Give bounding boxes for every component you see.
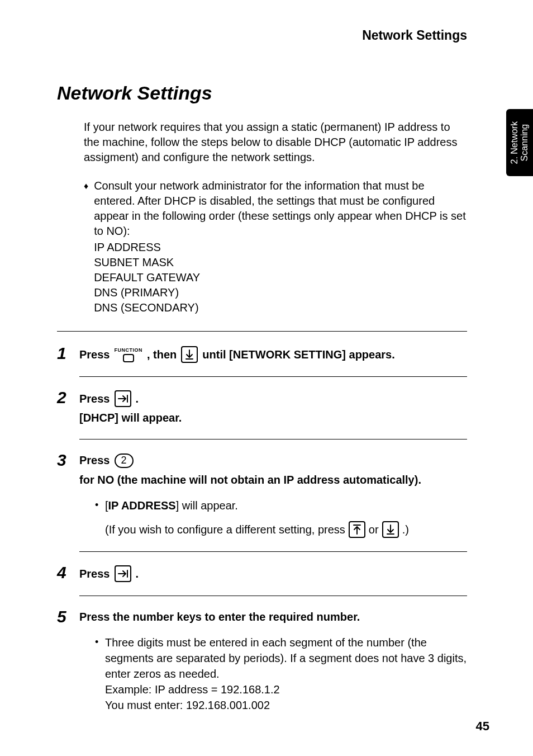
- setting-item: SUBNET MASK: [94, 255, 467, 270]
- divider: [79, 596, 467, 596]
- step-2-line1: Press .: [79, 390, 467, 407]
- text: You must enter: 192.168.001.002: [105, 699, 270, 711]
- function-key-box-icon: [123, 354, 134, 362]
- number-2-key-icon: 2: [115, 453, 134, 468]
- step-5: 5 Press the number keys to enter the req…: [57, 609, 467, 713]
- function-key-label: FUNCTION: [115, 347, 143, 353]
- setting-item: IP ADDRESS: [94, 240, 467, 255]
- step-4: 4 Press .: [57, 565, 467, 582]
- divider: [79, 439, 467, 440]
- step-body: Press the number keys to enter the requi…: [79, 609, 467, 713]
- intro-paragraph: If your network requires that you assign…: [84, 120, 467, 165]
- text: ] will appear.: [176, 499, 238, 512]
- step-body: Press .: [79, 565, 467, 582]
- text: .): [402, 522, 409, 537]
- note-block: ♦ Consult your network administrator for…: [84, 178, 467, 315]
- down-arrow-key-icon: [181, 346, 198, 363]
- setting-item: DEFAULT GATEWAY: [94, 270, 467, 285]
- text: Press: [79, 391, 110, 407]
- step-4-line: Press .: [79, 565, 467, 582]
- diamond-bullet-icon: ♦: [84, 178, 88, 315]
- page-number: 45: [476, 719, 489, 734]
- step-number: 1: [57, 345, 79, 362]
- section-tab-label: 2. NetworkScanning: [510, 121, 530, 164]
- step-1-line: Press FUNCTION , then until [NETWORK SET…: [79, 346, 467, 363]
- bullet-icon: •: [95, 635, 105, 713]
- step-2-line2: [DHCP] will appear.: [79, 410, 467, 426]
- step-5-line: Press the number keys to enter the requi…: [79, 609, 467, 625]
- step-3-paren: (If you wish to configure a different se…: [105, 521, 467, 538]
- note-lead: Consult your network administrator for t…: [94, 179, 466, 237]
- note-text: Consult your network administrator for t…: [94, 178, 467, 315]
- text: , then: [147, 347, 177, 362]
- up-arrow-key-icon: [349, 521, 365, 538]
- text: .: [136, 391, 139, 407]
- text: until [NETWORK SETTING] appears.: [202, 347, 394, 362]
- step-1: 1 Press FUNCTION , then until [NETWORK S…: [57, 331, 467, 363]
- function-key-icon: FUNCTION: [115, 347, 143, 362]
- step-number: 4: [57, 564, 79, 581]
- bullet-text: Three digits must be entered in each seg…: [105, 635, 467, 713]
- step-2: 2 Press . [DHCP] will appear.: [57, 390, 467, 426]
- text: or: [369, 522, 379, 537]
- text: .: [136, 566, 139, 582]
- text: for NO (the machine will not obtain an I…: [79, 472, 421, 488]
- step-3: 3 Press 2 for NO (the machine will not o…: [57, 453, 467, 538]
- text: Press: [79, 566, 110, 582]
- page-title: Network Settings: [57, 82, 489, 104]
- step-5-bullet: • Three digits must be entered in each s…: [95, 635, 467, 713]
- setting-item: DNS (PRIMARY): [94, 285, 467, 300]
- right-arrow-key-icon: [115, 565, 131, 582]
- running-header: Network Settings: [44, 28, 467, 43]
- down-arrow-key-icon: [382, 521, 399, 538]
- step-3-line: Press 2 for NO (the machine will not obt…: [79, 453, 467, 488]
- text: Press: [79, 453, 110, 468]
- section-tab: 2. NetworkScanning: [506, 109, 533, 176]
- text: Press: [79, 347, 110, 362]
- step-number: 3: [57, 452, 79, 469]
- page: Network Settings 2. NetworkScanning Netw…: [0, 0, 533, 756]
- step-body: Press . [DHCP] will appear.: [79, 390, 467, 426]
- text: Press the number keys to enter the requi…: [79, 609, 360, 625]
- text-bold: IP ADDRESS: [108, 499, 176, 512]
- step-number: 5: [57, 608, 79, 625]
- setting-item: DNS (SECONDARY): [94, 300, 467, 315]
- divider: [79, 376, 467, 377]
- right-arrow-key-icon: [115, 390, 131, 407]
- text: Three digits must be entered in each seg…: [105, 636, 467, 680]
- step-body: Press 2 for NO (the machine will not obt…: [79, 453, 467, 538]
- bullet-text: [IP ADDRESS] will appear.: [105, 498, 467, 513]
- step-number: 2: [57, 389, 79, 406]
- divider: [79, 551, 467, 552]
- text: Example: IP address = 192.168.1.2: [105, 683, 280, 696]
- bullet-icon: •: [95, 498, 105, 513]
- settings-list: IP ADDRESS SUBNET MASK DEFAULT GATEWAY D…: [94, 240, 467, 315]
- step-body: Press FUNCTION , then until [NETWORK SET…: [79, 346, 467, 363]
- text: (If you wish to configure a different se…: [105, 522, 345, 537]
- step-3-bullet: • [IP ADDRESS] will appear.: [95, 498, 467, 513]
